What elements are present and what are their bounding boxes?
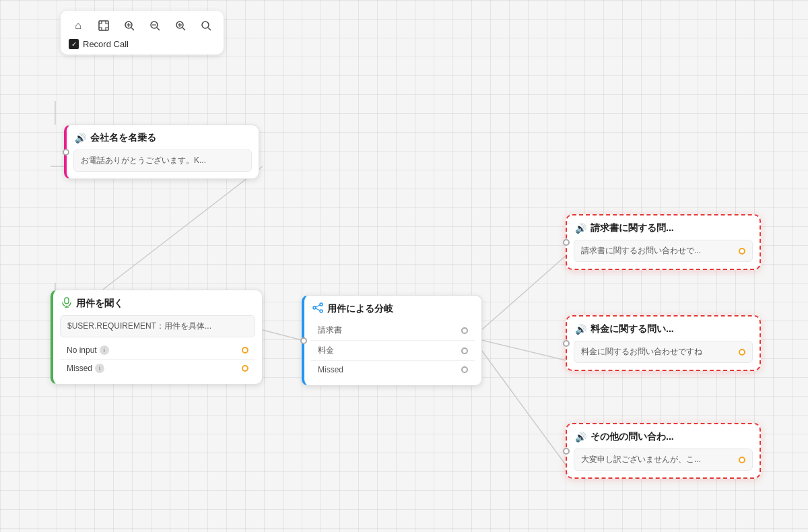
invoice-inquiry-title: 請求書に関する問...	[591, 222, 674, 234]
svg-point-18	[202, 22, 209, 28]
home-icon[interactable]: ⌂	[69, 16, 88, 35]
company-greeting-title: 会社名を名乗る	[90, 132, 156, 144]
listen-requirement-header: 用件を聞く	[53, 290, 262, 315]
branch-invoice-connector[interactable]	[461, 327, 468, 334]
other-speaker-icon: 🔊	[575, 432, 586, 442]
no-input-row[interactable]: No input i	[60, 341, 255, 360]
svg-line-15	[182, 28, 185, 30]
invoice-inquiry-connector[interactable]	[739, 248, 745, 255]
branch-price-connector[interactable]	[461, 347, 468, 354]
branch-missed-label: Missed	[318, 365, 343, 374]
price-speaker-icon: 🔊	[575, 324, 586, 335]
svg-rect-6	[99, 21, 108, 30]
svg-rect-20	[65, 298, 69, 304]
other-inquiry-node: 🔊 その他の問い合わ... 大変申し訳ございませんが、こ...	[566, 423, 761, 479]
price-inquiry-header: 🔊 料金に関する問い...	[567, 317, 760, 341]
no-input-label: No input i	[67, 345, 109, 355]
branch-invoice-label: 請求書	[318, 325, 342, 336]
svg-point-23	[313, 306, 316, 309]
svg-line-2	[481, 340, 566, 360]
branch-price-row[interactable]: 料金	[311, 341, 475, 361]
price-inquiry-left-connector	[563, 340, 570, 347]
invoice-inquiry-body: 請求書に関するお問い合わせで...	[567, 240, 760, 269]
price-inquiry-connector[interactable]	[739, 349, 745, 356]
other-inquiry-text[interactable]: 大変申し訳ございませんが、こ...	[574, 448, 753, 471]
svg-point-25	[320, 310, 323, 312]
expand-icon[interactable]	[94, 16, 113, 35]
record-call-row[interactable]: ✓ Record Call	[69, 39, 215, 49]
branch-node: 用件による分岐 請求書 料金 Missed	[302, 295, 482, 386]
missed-info-icon[interactable]: i	[95, 364, 104, 373]
listen-requirement-node: 用件を聞く $USER.REQUIREMENT：用件を具体... No inpu…	[50, 290, 263, 385]
invoice-inquiry-text[interactable]: 請求書に関するお問い合わせで...	[574, 240, 753, 262]
svg-line-1	[263, 330, 302, 340]
other-inquiry-title: その他の問い合わ...	[591, 431, 674, 443]
company-greeting-body: お電話ありがとうございます。K...	[67, 149, 259, 178]
listen-requirement-title: 用件を聞く	[76, 298, 123, 310]
toolbar: ⌂	[61, 11, 224, 55]
zoom-in-icon[interactable]	[171, 16, 190, 35]
branch-missed-row[interactable]: Missed	[311, 361, 475, 378]
svg-line-27	[316, 308, 320, 310]
search-zoom-icon[interactable]	[197, 16, 215, 35]
company-greeting-node: 🔊 会社名を名乗る お電話ありがとうございます。K...	[64, 125, 259, 179]
no-input-connector[interactable]	[242, 347, 248, 354]
record-call-checkbox[interactable]: ✓	[69, 39, 79, 49]
missed-connector[interactable]	[242, 365, 248, 372]
invoice-inquiry-header: 🔊 請求書に関する問...	[567, 215, 760, 240]
svg-line-12	[157, 28, 160, 30]
other-inquiry-body: 大変申し訳ございませんが、こ...	[567, 448, 760, 477]
listen-requirement-body: $USER.REQUIREMENT：用件を具体... No input i Mi…	[53, 315, 262, 384]
microphone-icon	[61, 297, 72, 310]
invoice-inquiry-node: 🔊 請求書に関する問... 請求書に関するお問い合わせで...	[566, 214, 761, 270]
missed-row[interactable]: Missed i	[60, 360, 255, 377]
no-input-info-icon[interactable]: i	[100, 345, 109, 355]
svg-line-19	[208, 28, 211, 30]
svg-line-8	[131, 28, 134, 30]
price-inquiry-node: 🔊 料金に関する問い... 料金に関するお問い合わせですね	[566, 315, 761, 371]
svg-point-24	[320, 303, 323, 306]
price-inquiry-body: 料金に関するお問い合わせですね	[567, 341, 760, 370]
invoice-speaker-icon: 🔊	[575, 223, 586, 234]
branch-missed-connector[interactable]	[461, 366, 468, 373]
speaker-icon: 🔊	[75, 133, 86, 143]
zoom-out-icon[interactable]	[145, 16, 164, 35]
branch-header: 用件による分岐	[304, 296, 481, 321]
other-inquiry-header: 🔊 その他の問い合わ...	[567, 424, 760, 448]
price-inquiry-title: 料金に関する問い...	[591, 323, 674, 335]
company-greeting-header: 🔊 会社名を名乗る	[67, 125, 259, 149]
record-call-label: Record Call	[83, 39, 129, 49]
price-inquiry-text[interactable]: 料金に関するお問い合わせですね	[574, 341, 753, 363]
company-greeting-left-connector	[63, 149, 69, 156]
branch-price-label: 料金	[318, 345, 334, 356]
branch-icon	[312, 302, 323, 315]
branch-invoice-row[interactable]: 請求書	[311, 321, 475, 341]
branch-title: 用件による分岐	[327, 303, 393, 315]
missed-label: Missed i	[67, 364, 104, 373]
invoice-inquiry-left-connector	[563, 239, 570, 246]
branch-left-connector	[300, 337, 307, 344]
branch-body: 請求書 料金 Missed	[304, 321, 481, 385]
svg-line-26	[316, 305, 320, 307]
toolbar-icons: ⌂	[69, 16, 215, 35]
company-greeting-text[interactable]: お電話ありがとうございます。K...	[73, 149, 252, 172]
other-inquiry-connector[interactable]	[739, 457, 745, 463]
zoom-fit-icon[interactable]	[120, 16, 139, 35]
other-inquiry-left-connector	[563, 448, 570, 455]
listen-requirement-text[interactable]: $USER.REQUIREMENT：用件を具体...	[60, 315, 255, 337]
